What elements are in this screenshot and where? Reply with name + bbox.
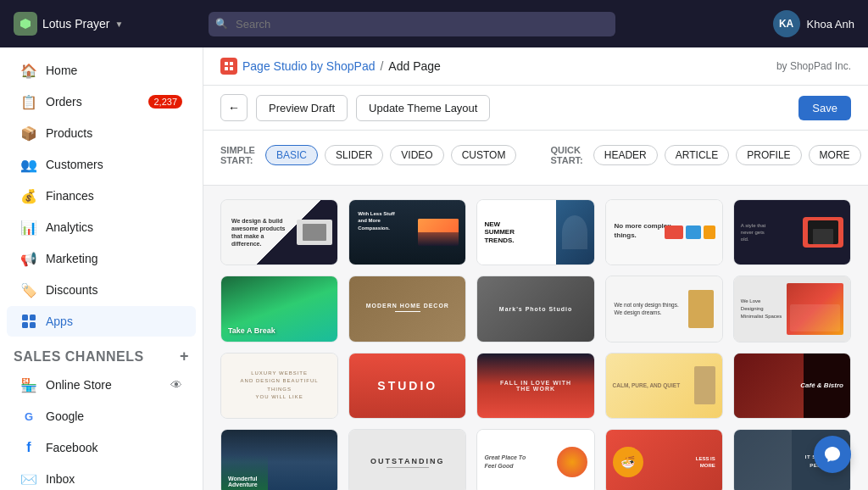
sidebar-item-label: Home <box>46 64 77 77</box>
sidebar-item-products[interactable]: 📦 Products <box>7 118 196 148</box>
template-card-8[interactable]: Mark's Photo Studio <box>476 276 594 342</box>
svg-rect-2 <box>22 322 28 328</box>
template-grid-container: We design & buildawesome productsthat ma… <box>203 186 868 490</box>
template-card-5[interactable]: A style thatnever getsold. <box>733 199 851 265</box>
sidebar-item-apps[interactable]: Apps <box>7 306 196 337</box>
breadcrumb-current: Add Page <box>388 59 441 73</box>
svg-rect-1 <box>30 315 36 320</box>
sidebar-item-label: Analytics <box>46 220 93 234</box>
sidebar-item-analytics[interactable]: 📊 Analytics <box>7 212 196 242</box>
apps-icon <box>20 313 37 330</box>
inbox-icon: ✉️ <box>20 471 37 487</box>
filter-tab-header[interactable]: HEADER <box>593 145 658 165</box>
analytics-icon: 📊 <box>20 219 37 236</box>
search-bar <box>209 12 615 36</box>
svg-rect-0 <box>22 315 28 320</box>
user-name-label: Khoa Anh <box>807 18 854 31</box>
google-icon: G <box>20 408 37 425</box>
store-selector[interactable]: Lotus Prayer ▼ <box>14 12 123 36</box>
template-card-19[interactable]: 🍜 LESS ISMORE <box>605 429 723 490</box>
search-wrapper <box>209 12 615 36</box>
template-card-13[interactable]: FALL IN LOVE WITHTHE WORK <box>476 353 594 419</box>
store-name-label: Lotus Prayer <box>42 17 109 31</box>
template-card-6[interactable]: Take A Break <box>220 276 338 342</box>
sidebar-item-label: Products <box>46 126 92 140</box>
eye-icon[interactable]: 👁 <box>170 378 182 392</box>
filter-tab-basic[interactable]: BASIC <box>265 145 318 165</box>
sidebar-item-label: Facebook <box>46 441 97 454</box>
sidebar-item-label: Apps <box>46 315 73 328</box>
orders-badge: 2,237 <box>148 95 182 109</box>
template-card-10[interactable]: We Love Designing Minimalist Spaces <box>733 276 851 342</box>
sidebar-item-discounts[interactable]: 🏷️ Discounts <box>7 275 196 305</box>
toolbar: ← Preview Draft Update Theme Layout Save <box>203 86 868 131</box>
sidebar-item-facebook[interactable]: f Facebook <box>7 432 196 463</box>
filter-section: SIMPLE START: BASIC SLIDER VIDEO CUSTOM … <box>203 131 868 186</box>
main-content: Page Studio by ShopPad / Add Page by Sho… <box>203 47 868 490</box>
products-icon: 📦 <box>20 125 37 142</box>
orders-icon: 📋 <box>20 93 37 110</box>
top-navigation: Lotus Prayer ▼ KA Khoa Anh <box>0 0 868 47</box>
sidebar-item-label: Customers <box>46 158 103 171</box>
template-card-11[interactable]: LUXURY WEBSITEAND DESIGN BEAUTIFUL THING… <box>220 353 338 419</box>
template-card-1[interactable]: We design & buildawesome productsthat ma… <box>220 199 338 265</box>
back-button[interactable]: ← <box>220 94 248 121</box>
filter-tab-video[interactable]: VIDEO <box>390 145 443 165</box>
breadcrumb-app-name[interactable]: Page Studio by ShopPad <box>242 59 375 73</box>
preview-draft-button[interactable]: Preview Draft <box>256 95 348 121</box>
filter-tab-slider[interactable]: SLIDER <box>325 145 383 165</box>
sidebar-item-label: Online Store <box>46 378 112 392</box>
sidebar-item-label: Discounts <box>46 283 97 297</box>
template-card-7[interactable]: MODERN HOME DECOR <box>348 276 466 342</box>
sidebar-item-label: Finances <box>46 189 94 203</box>
customers-icon: 👥 <box>20 156 37 173</box>
sidebar-item-google[interactable]: G Google <box>7 401 196 432</box>
sidebar-item-label: Orders <box>46 95 82 109</box>
sidebar-item-online-store[interactable]: 🏪 Online Store 👁 <box>7 370 196 400</box>
template-card-15[interactable]: Café & Bistro <box>733 353 851 419</box>
update-theme-button[interactable]: Update Theme Layout <box>356 95 490 121</box>
marketing-icon: 📢 <box>20 250 37 267</box>
sidebar-item-inbox[interactable]: ✉️ Inbox <box>7 464 196 490</box>
save-button[interactable]: Save <box>798 96 851 120</box>
filter-tab-custom[interactable]: CUSTOM <box>451 145 517 165</box>
add-sales-channel-icon[interactable]: + <box>180 348 189 365</box>
chevron-down-icon: ▼ <box>114 19 123 29</box>
simple-start-label: SIMPLE START: <box>220 145 255 165</box>
sidebar-item-label: Marketing <box>46 252 97 265</box>
template-card-16[interactable]: WonderfulAdventure <box>220 429 338 490</box>
sidebar-item-orders[interactable]: 📋 Orders 2,237 <box>7 86 196 117</box>
breadcrumb-separator: / <box>380 59 383 73</box>
svg-rect-5 <box>230 62 233 65</box>
template-card-12[interactable]: STUDIO <box>348 353 466 419</box>
chat-float-button[interactable] <box>814 436 851 473</box>
page-header: Page Studio by ShopPad / Add Page by Sho… <box>203 47 868 86</box>
sidebar-item-customers[interactable]: 👥 Customers <box>7 149 196 180</box>
svg-rect-6 <box>225 67 228 70</box>
sidebar-item-marketing[interactable]: 📢 Marketing <box>7 243 196 274</box>
template-card-2[interactable]: With Less Stuffand MoreCompassion. <box>348 199 466 265</box>
sidebar-item-finances[interactable]: 💰 Finances <box>7 181 196 211</box>
by-text: by ShopPad Inc. <box>776 60 851 72</box>
discounts-icon: 🏷️ <box>20 281 37 298</box>
facebook-icon: f <box>20 439 37 456</box>
template-card-17[interactable]: OUTSTANDING <box>348 429 466 490</box>
sidebar-item-label: Google <box>46 409 84 423</box>
filter-tab-article[interactable]: ARTICLE <box>665 145 729 165</box>
sidebar-item-label: Inbox <box>46 472 75 486</box>
sidebar-item-home[interactable]: 🏠 Home <box>7 55 196 86</box>
finances-icon: 💰 <box>20 187 37 204</box>
template-card-3[interactable]: NEWSUMMERTRENDS. <box>476 199 594 265</box>
template-card-9[interactable]: We not only design things. We design dre… <box>605 276 723 342</box>
avatar[interactable]: KA <box>773 10 800 37</box>
template-card-14[interactable]: CALM, PURE, AND QUIET <box>605 353 723 419</box>
template-card-4[interactable]: No more complexthings. <box>605 199 723 265</box>
sales-channels-section-label: SALES CHANNELS + <box>0 337 203 369</box>
svg-rect-3 <box>30 322 36 328</box>
search-input[interactable] <box>209 12 615 36</box>
template-grid: We design & buildawesome productsthat ma… <box>220 199 851 490</box>
online-store-icon: 🏪 <box>20 376 37 393</box>
filter-tab-profile[interactable]: PROFILE <box>736 145 801 165</box>
filter-tab-more[interactable]: MORE <box>809 145 861 165</box>
template-card-18[interactable]: Great Place ToFeel Good <box>476 429 594 490</box>
